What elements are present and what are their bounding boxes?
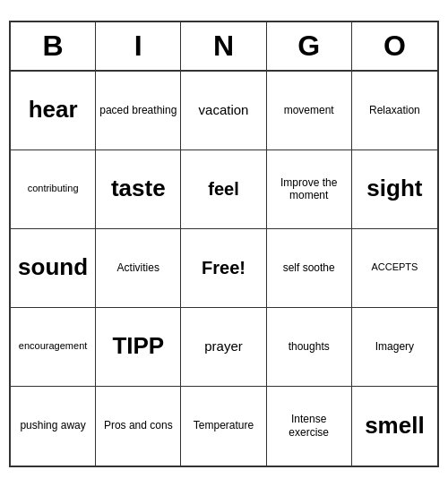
header-letter-o: O xyxy=(352,22,437,70)
bingo-cell-1: paced breathing xyxy=(96,72,181,150)
bingo-cell-11: Activities xyxy=(96,229,181,308)
cell-text-15: encouragement xyxy=(19,340,87,352)
cell-text-13: self soothe xyxy=(283,261,335,274)
cell-text-7: feel xyxy=(208,178,238,200)
bingo-cell-21: Pros and cons xyxy=(96,387,181,466)
cell-text-9: sight xyxy=(366,175,422,202)
bingo-cell-9: sight xyxy=(352,150,437,229)
bingo-cell-4: Relaxation xyxy=(352,72,437,150)
cell-text-21: Pros and cons xyxy=(104,419,173,431)
cell-text-16: TIPP xyxy=(112,332,164,360)
bingo-cell-14: ACCEPTS xyxy=(352,229,437,308)
bingo-cell-13: self soothe xyxy=(267,229,352,308)
bingo-cell-18: thoughts xyxy=(267,308,352,387)
cell-text-2: vacation xyxy=(199,102,249,118)
cell-text-19: Imagery xyxy=(375,340,414,353)
cell-text-10: sound xyxy=(18,253,88,281)
bingo-cell-22: Temperature xyxy=(181,387,266,466)
bingo-cell-24: smell xyxy=(352,387,437,466)
bingo-header: BINGO xyxy=(11,22,437,72)
cell-text-14: ACCEPTS xyxy=(371,261,418,273)
cell-text-17: prayer xyxy=(204,338,243,355)
cell-text-6: taste xyxy=(111,175,166,202)
bingo-cell-2: vacation xyxy=(181,72,266,150)
cell-text-4: Relaxation xyxy=(369,104,420,116)
cell-text-20: pushing away xyxy=(20,419,85,431)
cell-text-5: contributing xyxy=(28,183,79,194)
cell-text-18: thoughts xyxy=(289,340,330,353)
bingo-cell-20: pushing away xyxy=(11,387,96,466)
bingo-cell-15: encouragement xyxy=(11,308,96,387)
bingo-cell-0: hear xyxy=(11,72,96,150)
header-letter-n: N xyxy=(181,22,266,70)
bingo-cell-10: sound xyxy=(11,229,96,308)
bingo-cell-17: prayer xyxy=(181,308,266,387)
bingo-cell-3: movement xyxy=(267,72,352,150)
cell-text-11: Activities xyxy=(117,261,159,274)
bingo-cell-5: contributing xyxy=(11,150,96,229)
cell-text-12: Free! xyxy=(202,257,246,278)
cell-text-3: movement xyxy=(284,104,334,116)
bingo-cell-23: Intense exercise xyxy=(267,387,352,466)
bingo-card: BINGO hearpaced breathingvacationmovemen… xyxy=(9,21,439,467)
cell-text-1: paced breathing xyxy=(99,104,177,116)
bingo-cell-12: Free! xyxy=(181,229,266,308)
bingo-cell-6: taste xyxy=(96,150,181,229)
cell-text-22: Temperature xyxy=(194,419,254,431)
bingo-cell-7: feel xyxy=(181,150,266,229)
cell-text-0: hear xyxy=(29,96,78,124)
header-letter-g: G xyxy=(267,22,352,70)
bingo-cell-19: Imagery xyxy=(352,308,437,387)
bingo-grid: hearpaced breathingvacationmovementRelax… xyxy=(11,72,437,466)
header-letter-b: B xyxy=(11,22,96,70)
bingo-cell-16: TIPP xyxy=(96,308,181,387)
cell-text-24: smell xyxy=(365,412,425,440)
bingo-cell-8: Improve the moment xyxy=(267,150,352,229)
cell-text-8: Improve the moment xyxy=(271,176,348,202)
cell-text-23: Intense exercise xyxy=(271,413,348,439)
header-letter-i: I xyxy=(96,22,181,70)
